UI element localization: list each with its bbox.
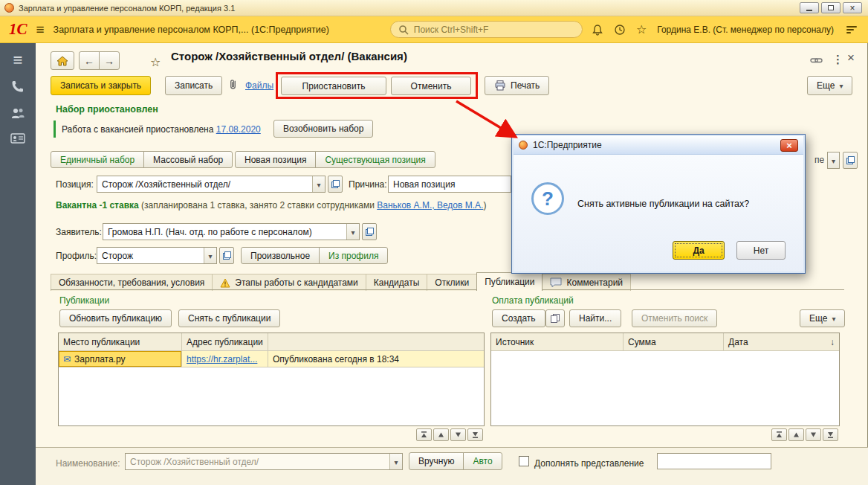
tab-duties[interactable]: Обязанности, требования, условия: [51, 274, 213, 291]
applicant-field[interactable]: Громова Н.П. (Нач. отд. по работе с перс…: [103, 223, 360, 240]
column-header[interactable]: Адрес публикации: [182, 333, 268, 350]
position-pick-button[interactable]: [328, 176, 343, 193]
publication-address-cell[interactable]: https://hr.zarplat...: [182, 351, 268, 367]
from-profile-toggle[interactable]: Из профиля: [319, 247, 388, 264]
back-button[interactable]: [79, 51, 100, 70]
close-window-button[interactable]: [843, 2, 862, 13]
resume-recruiting-button[interactable]: Возобновить набор: [273, 120, 373, 138]
employee-link-2[interactable]: Ведов М.А.: [437, 200, 483, 211]
profile-pick-button[interactable]: [219, 247, 234, 264]
tab-candidates[interactable]: Кандидаты: [366, 274, 428, 291]
sidebar-menu-icon[interactable]: [0, 52, 36, 68]
arbitrary-toggle[interactable]: Произвольное: [241, 247, 320, 264]
single-recruit-toggle[interactable]: Единичный набор: [51, 151, 144, 168]
attachment-paperclip-icon[interactable]: [227, 77, 239, 94]
tab-candidate-stages[interactable]: Этапы работы с кандидатами: [212, 274, 366, 291]
update-publication-button[interactable]: Обновить публикацию: [59, 309, 172, 327]
table-row[interactable]: Зарплата.ру https://hr.zarplat... Опубли…: [59, 351, 484, 367]
tab-comment[interactable]: Комментарий: [542, 274, 631, 291]
files-link[interactable]: Файлы: [245, 80, 273, 91]
go-next-row-button[interactable]: [450, 428, 466, 441]
go-prev-row-button[interactable]: [433, 428, 449, 441]
payments-table-header: Источник Сумма Дата: [491, 333, 839, 351]
warning-icon: [220, 278, 230, 288]
find-button[interactable]: Найти...: [569, 309, 621, 327]
get-link-icon[interactable]: [810, 55, 823, 68]
pause-recruiting-button[interactable]: Приостановить: [281, 77, 386, 95]
notifications-bell-icon[interactable]: [592, 24, 603, 36]
publication-info-cell[interactable]: Опубликована сегодня в 18:34: [268, 351, 484, 367]
home-button[interactable]: [51, 51, 74, 70]
dropdown-button[interactable]: [312, 176, 325, 192]
go-last-row-button[interactable]: [467, 428, 483, 441]
save-and-close-button[interactable]: Записать и закрыть: [51, 76, 151, 95]
supplement-text-input[interactable]: [657, 453, 771, 469]
dialog-no-button[interactable]: Нет: [736, 241, 786, 260]
minimize-button[interactable]: [800, 2, 819, 13]
print-button[interactable]: Печать: [485, 76, 549, 95]
service-menu-icon[interactable]: [844, 24, 859, 36]
go-last-row-button[interactable]: [823, 428, 838, 441]
go-first-row-button[interactable]: [771, 428, 787, 441]
auto-name-toggle[interactable]: Авто: [463, 452, 502, 470]
go-prev-row-button[interactable]: [788, 428, 804, 441]
name-field-disabled: Сторож /Хозяйственный отдел/: [125, 453, 403, 470]
favorite-toggle-star-icon[interactable]: [150, 54, 161, 70]
profile-field[interactable]: Сторож: [97, 247, 217, 264]
history-icon[interactable]: [614, 24, 626, 36]
publications-panel-title: Публикации: [59, 295, 109, 306]
column-header[interactable]: Место публикации: [59, 333, 182, 350]
more-commands-button[interactable]: Еще: [807, 76, 852, 95]
column-header[interactable]: [268, 333, 484, 350]
remove-publication-button[interactable]: Снять с публикации: [178, 309, 280, 327]
search-icon: [398, 25, 409, 35]
dialog-close-button[interactable]: [780, 139, 798, 152]
global-search[interactable]: [390, 21, 583, 38]
dropdown-button[interactable]: [389, 454, 402, 469]
mass-recruit-toggle[interactable]: Массовый набор: [143, 151, 233, 168]
dialog-yes-button[interactable]: Да: [673, 241, 725, 260]
copy-button[interactable]: [545, 309, 565, 327]
go-next-row-button[interactable]: [806, 428, 821, 441]
employee-link-1[interactable]: Ваньков А.М.,: [377, 200, 437, 211]
supplement-checkbox[interactable]: [519, 456, 529, 466]
publication-url-link[interactable]: https://hr.zarplat...: [187, 354, 257, 364]
vacancy-info-line: Вакантна -1 ставка (запланирована 1 став…: [56, 200, 486, 211]
create-payment-button[interactable]: Создать: [492, 309, 545, 327]
new-position-toggle[interactable]: Новая позиция: [235, 151, 316, 168]
current-user[interactable]: Гордина Е.В. (Ст. менеджер по персоналу): [657, 25, 834, 35]
publication-place-cell[interactable]: Зарплата.ру: [59, 351, 182, 367]
sidebar-phone-icon[interactable]: [0, 79, 36, 94]
sort-descending-icon[interactable]: [830, 337, 835, 347]
cancel-search-button[interactable]: Отменить поиск: [632, 309, 717, 327]
reason-field[interactable]: Новая позиция: [388, 176, 511, 193]
manual-name-toggle[interactable]: Вручную: [409, 452, 464, 470]
more-actions-icon[interactable]: [832, 53, 843, 66]
main-sections-icon[interactable]: [36, 22, 45, 36]
column-header[interactable]: Источник: [491, 333, 624, 350]
close-form-icon[interactable]: [847, 51, 855, 64]
tab-responses[interactable]: Отклики: [427, 274, 477, 291]
dropdown-button[interactable]: [204, 248, 216, 263]
go-first-row-button[interactable]: [416, 428, 432, 441]
existing-position-toggle[interactable]: Существующая позиция: [315, 151, 435, 168]
column-header[interactable]: Сумма: [624, 333, 724, 350]
applicant-pick-button[interactable]: [362, 223, 377, 240]
app-title: Зарплата и управление персоналом КОРП,..…: [54, 25, 329, 35]
favorites-star-icon[interactable]: [636, 24, 647, 36]
sidebar-contact-card-icon[interactable]: [0, 132, 36, 144]
cancel-vacancy-button[interactable]: Отменить: [391, 77, 471, 95]
maximize-button[interactable]: [821, 2, 841, 13]
truncated-dropdown-button[interactable]: [827, 152, 840, 169]
suspension-date-link[interactable]: 17.08.2020: [216, 124, 261, 135]
dropdown-button[interactable]: [346, 224, 359, 240]
forward-button[interactable]: [99, 51, 120, 70]
save-button[interactable]: Записать: [165, 76, 222, 95]
position-field[interactable]: Сторож /Хозяйственный отдел/: [97, 176, 326, 193]
truncated-pick-button[interactable]: [843, 152, 858, 169]
sidebar-people-icon[interactable]: [0, 106, 36, 121]
column-header[interactable]: Дата: [724, 333, 839, 350]
search-input[interactable]: [414, 25, 574, 35]
tab-publications[interactable]: Публикации: [476, 272, 542, 291]
payments-more-button[interactable]: Еще: [800, 309, 845, 327]
